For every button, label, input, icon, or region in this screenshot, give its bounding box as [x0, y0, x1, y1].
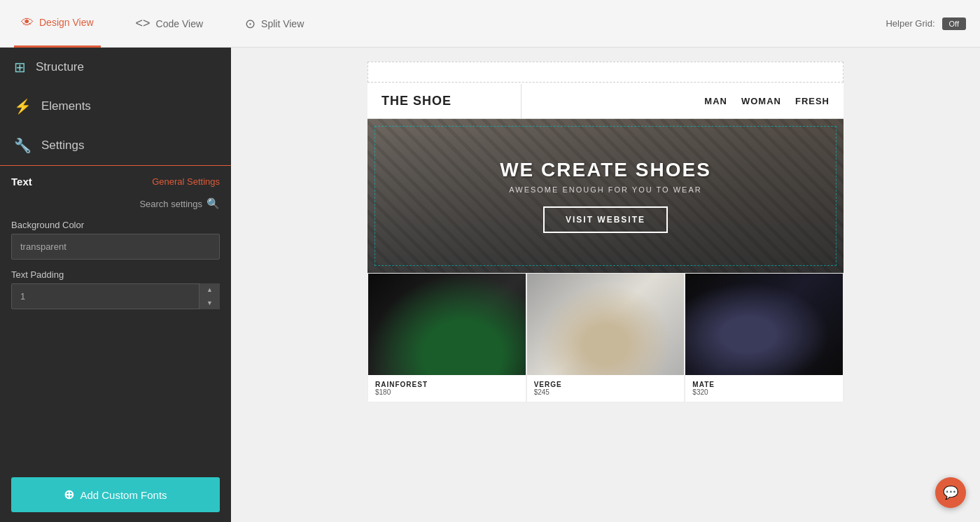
- add-fonts-label: Add Custom Fonts: [80, 489, 167, 501]
- sidebar-item-label-settings: Settings: [41, 139, 84, 153]
- nav-item-man[interactable]: MAN: [704, 96, 727, 106]
- add-custom-fonts-button[interactable]: ⊕ Add Custom Fonts: [11, 477, 220, 512]
- background-color-label: Background Color: [11, 220, 220, 230]
- helper-grid-label: Helper Grid:: [886, 18, 934, 29]
- mate-shoe-image: [685, 274, 843, 375]
- text-padding-input[interactable]: [11, 283, 220, 309]
- settings-panel: Text General Settings Search settings 🔍 …: [0, 166, 231, 522]
- code-view-icon: <>: [136, 16, 150, 31]
- preview-inner: THE SHOE MAN WOMAN FRESH WE CREATE SHOES…: [368, 62, 844, 402]
- product-info-rainforest: RAINFOREST $180: [368, 375, 526, 402]
- sidebar-item-settings[interactable]: 🔧 Settings: [0, 126, 231, 165]
- chat-icon: 💬: [943, 485, 958, 500]
- settings-header: Text General Settings: [11, 176, 220, 188]
- tab-design-view[interactable]: 👁 Design View: [14, 0, 101, 48]
- nav-item-woman[interactable]: WOMAN: [741, 96, 781, 106]
- hero-subtitle: AWESOME ENOUGH FOR YOU TO WEAR: [509, 185, 701, 194]
- products-grid: RAINFOREST $180 VERGE $245: [368, 273, 844, 402]
- product-info-verge: VERGE $245: [527, 375, 685, 402]
- structure-icon: ⊞: [14, 59, 26, 76]
- product-info-mate: MATE $320: [685, 375, 843, 402]
- product-price-mate: $320: [692, 388, 836, 396]
- general-settings-link[interactable]: General Settings: [152, 176, 220, 187]
- settings-icon: 🔧: [14, 137, 31, 154]
- preview-area: THE SHOE MAN WOMAN FRESH WE CREATE SHOES…: [231, 48, 980, 522]
- product-price-verge: $245: [534, 388, 678, 396]
- product-image-verge: [527, 274, 685, 375]
- split-view-label: Split View: [261, 18, 304, 29]
- product-card-mate: MATE $320: [685, 273, 844, 402]
- helper-grid-toggle[interactable]: Off: [942, 17, 966, 30]
- sidebar-item-structure[interactable]: ⊞ Structure: [0, 48, 231, 87]
- product-image-mate: [685, 274, 843, 375]
- product-card-verge: VERGE $245: [526, 273, 685, 402]
- design-view-label: Design View: [39, 17, 94, 28]
- spinner-up-button[interactable]: ▲: [200, 283, 220, 297]
- chat-button[interactable]: 💬: [935, 477, 966, 508]
- tab-code-view[interactable]: <> Code View: [129, 0, 210, 48]
- design-view-icon: 👁: [21, 15, 34, 30]
- main-layout: ⊞ Structure ⚡ Elements 🔧 Settings Text G…: [0, 48, 980, 522]
- sidebar-nav: ⊞ Structure ⚡ Elements 🔧 Settings: [0, 48, 231, 166]
- nav-item-fresh[interactable]: FRESH: [795, 96, 830, 106]
- text-padding-spinner: ▲ ▼: [11, 283, 220, 309]
- sidebar-item-label-structure: Structure: [36, 60, 84, 74]
- plus-icon: ⊕: [64, 487, 74, 502]
- top-bar: 👁 Design View <> Code View ⊙ Split View …: [0, 0, 980, 48]
- background-color-input[interactable]: [11, 234, 220, 260]
- search-icon: 🔍: [206, 197, 220, 210]
- rainforest-shoe-image: [368, 274, 526, 375]
- left-sidebar: ⊞ Structure ⚡ Elements 🔧 Settings Text G…: [0, 48, 231, 522]
- search-settings-label: Search settings: [139, 199, 202, 209]
- helper-grid-control: Helper Grid: Off: [886, 17, 966, 30]
- verge-shoe-image: [527, 274, 685, 375]
- search-settings-row[interactable]: Search settings 🔍: [11, 197, 220, 210]
- elements-icon: ⚡: [14, 98, 31, 115]
- helper-grid-value: Off: [949, 20, 959, 28]
- background-color-field: Background Color: [11, 220, 220, 260]
- hero-banner: WE CREATE SHOES AWESOME ENOUGH FOR YOU T…: [368, 119, 844, 273]
- split-view-icon: ⊙: [245, 16, 255, 31]
- hero-cta-button[interactable]: VISIT WEBSITE: [543, 206, 668, 233]
- settings-panel-title: Text: [11, 176, 32, 188]
- tab-split-view[interactable]: ⊙ Split View: [238, 0, 311, 48]
- spinner-down-button[interactable]: ▼: [200, 297, 220, 310]
- sidebar-item-elements[interactable]: ⚡ Elements: [0, 87, 231, 126]
- hero-title: WE CREATE SHOES: [500, 159, 711, 181]
- product-image-rainforest: [368, 274, 526, 375]
- product-name-mate: MATE: [692, 381, 836, 388]
- product-name-rainforest: RAINFOREST: [375, 381, 519, 388]
- spinner-buttons: ▲ ▼: [199, 283, 220, 309]
- site-header: THE SHOE MAN WOMAN FRESH: [368, 84, 844, 119]
- sidebar-item-label-elements: Elements: [41, 99, 91, 113]
- site-nav: MAN WOMAN FRESH: [522, 96, 844, 106]
- hero-content: WE CREATE SHOES AWESOME ENOUGH FOR YOU T…: [368, 119, 844, 273]
- product-price-rainforest: $180: [375, 388, 519, 396]
- text-padding-field: Text Padding ▲ ▼: [11, 269, 220, 309]
- product-card-rainforest: RAINFOREST $180: [368, 273, 526, 402]
- code-view-label: Code View: [156, 18, 203, 29]
- site-logo: THE SHOE: [368, 84, 522, 118]
- product-name-verge: VERGE: [534, 381, 678, 388]
- dotted-top-border: [368, 62, 844, 83]
- text-padding-label: Text Padding: [11, 269, 220, 280]
